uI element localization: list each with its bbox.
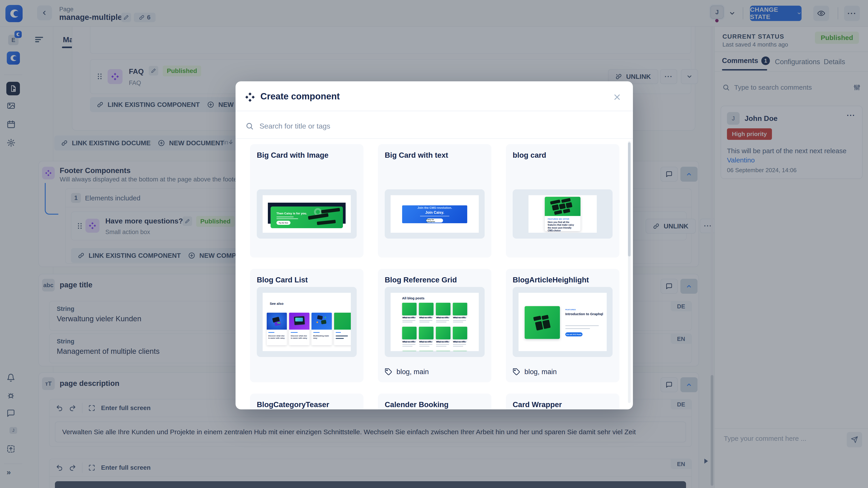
thumb-label: FEATURES WE OFFER [548,218,569,220]
tag-icon [513,368,520,376]
create-component-modal: Create component Big Card with Image The… [236,81,633,410]
card-title: BlogArticleHeighlight [513,275,589,284]
modal-search [246,115,621,137]
tile-caption: What we offer [419,317,433,319]
component-card-big-card-with-text[interactable]: Big Card with text Join the CMS-revoluti… [378,144,491,258]
modal-title: Create component [260,91,340,101]
card-title: Blog Reference Grid [385,275,457,284]
tile-caption: What we offer [436,341,450,343]
thumb-label: FEATURED [565,308,576,311]
thumb-button: Caisy for enterprise [426,219,443,223]
thumb-line1: Join the CMS-revolution. [417,206,452,209]
card-title: Big Card with Image [257,151,329,160]
card-title: blog card [513,151,546,160]
card-thumbnail: FEATURED Introduction to Graphql See all… [513,287,613,357]
tile-caption: What we offer [436,317,450,319]
tile-caption: What we offer [402,317,416,319]
card-title: Card Wrapper [513,400,562,409]
component-card-card-wrapper[interactable]: Card Wrapper [506,394,619,410]
thumb-button: See all XYZ Posts [565,332,583,336]
tag-icon [385,368,393,376]
thumb-item: Multitasking made easy [313,335,330,339]
component-card-blog-reference-grid[interactable]: Blog Reference Grid All blog posts What … [378,269,491,382]
modal-search-input[interactable] [259,122,621,130]
component-card-blog-card[interactable]: blog card [506,144,619,258]
card-title: Calender Booking [385,400,448,409]
component-card-blog-article-heighlight[interactable]: BlogArticleHeighlight FEATURED Introduct… [506,269,619,382]
thumb-line2: Join Caisy. [425,210,444,215]
card-title: BlogCategoryTeaser [257,400,329,409]
component-card-big-card-with-image[interactable]: Big Card with Image Then Caisy is for yo… [250,144,364,258]
tile-caption: What we offer [402,341,416,343]
thumb-heading: See also [270,302,283,305]
tile-caption: What we offer [419,341,433,343]
close-icon[interactable] [613,93,622,102]
thumb-item: Discover what else is easier with caisy [268,335,285,339]
thumb-heading: Then Caisy is for you. [276,212,307,215]
card-tags-label: blog, main [397,368,429,376]
card-thumbnail: All blog posts What we offerWhat we offe… [385,287,485,357]
divider [236,138,633,139]
component-card-calender-booking[interactable]: Calender Booking [378,394,491,410]
card-title: Blog Card List [257,275,308,284]
thumb-green-panel: Then Caisy is for you. Try for free [271,206,343,228]
thumb-button: Try for free [276,221,290,225]
thumb-text: Here you find all the features that make… [548,221,578,232]
component-card-blog-category-teaser[interactable]: BlogCategoryTeaser [250,394,364,410]
card-thumbnail: Then Caisy is for you. Try for free [257,189,357,238]
card-tags: blog, main [385,368,429,376]
tile-caption: What we offer [453,341,466,343]
card-thumbnail: Join the CMS-revolution. Join Caisy. Cai… [385,189,485,238]
component-diamonds-icon [245,92,255,103]
thumb-heading: All blog posts [402,296,425,300]
divider [236,111,633,111]
thumb-heading: Introduction to Graphql [565,312,604,316]
card-tags: blog, main [513,368,557,376]
card-thumbnail: See also Discover what else is easier wi… [257,287,357,357]
card-thumbnail: FEATURES WE OFFER Here you find all the … [513,189,613,238]
thumb-item: Discover what else is easier with caisy [291,335,308,339]
tile-caption: What we offer [453,317,466,319]
search-icon [246,122,254,130]
card-title: Big Card with text [385,151,448,160]
card-tags-label: blog, main [524,368,557,376]
component-card-blog-card-list[interactable]: Blog Card List See also Discover what el… [250,269,364,382]
modal-scrollbar-thumb[interactable] [628,142,631,256]
